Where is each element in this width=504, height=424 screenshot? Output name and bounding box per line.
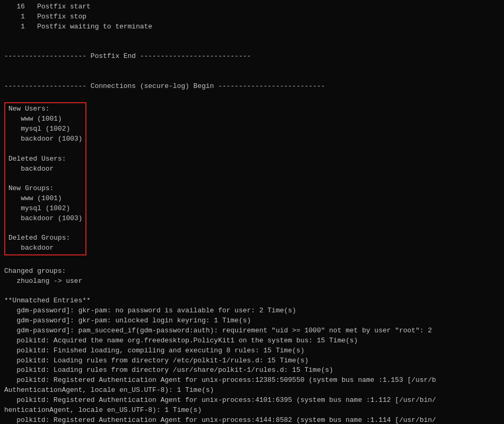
new-users-label: New Users: <box>8 104 82 114</box>
unmatched-9: polkitd: Registered Authentication Agent… <box>4 396 500 406</box>
deleted-users-label: Deleted Users: <box>8 154 82 164</box>
unmatched-2: gdm-password]: gkr-pam: unlocked login k… <box>4 316 500 326</box>
postfix-start-line: 16 Postfix start <box>4 2 500 12</box>
unmatched-entries-label: **Unmatched Entries** <box>4 296 500 306</box>
postfix-waiting-line: 1 Postfix waiting to terminate <box>4 22 500 32</box>
unmatched-5: polkitd: Finished loading, compiling and… <box>4 346 500 356</box>
changed-groups-label: Changed groups: <box>4 267 500 277</box>
unmatched-7: polkitd: Loading rules from directory /u… <box>4 366 500 376</box>
unmatched-3: gdm-password]: pam_succeed_if(gdm-passwo… <box>4 326 500 336</box>
changed-group-zhuolang: zhuolang -> user <box>4 277 500 287</box>
unmatched-6: polkitd: Loading rules from directory /e… <box>4 356 500 366</box>
blank-6 <box>8 144 82 154</box>
group-backdoor: backdoor (1003) <box>8 214 82 224</box>
deleted-groups-label: Deleted Groups: <box>8 233 82 243</box>
blank-1 <box>4 32 500 42</box>
unmatched-9b: henticationAgent, locale en_US.UTF-8): 1… <box>4 406 500 416</box>
postfix-stop-line: 1 Postfix stop <box>4 12 500 22</box>
blank-10 <box>4 287 500 297</box>
postfix-end-separator: -------------------- Postfix End -------… <box>4 52 500 62</box>
terminal-window: 16 Postfix start 1 Postfix stop 1 Postfi… <box>0 0 504 424</box>
blank-4 <box>4 72 500 82</box>
new-groups-label: New Groups: <box>8 184 82 194</box>
unmatched-8b: AuthenticationAgent, locale en_US.UTF-8)… <box>4 386 500 396</box>
user-backdoor: backdoor (1003) <box>8 134 82 144</box>
unmatched-10: polkitd: Registered Authentication Agent… <box>4 416 500 424</box>
unmatched-4: polkitd: Acquired the name org.freedeskt… <box>4 336 500 346</box>
highlighted-section: New Users: www (1001) mysql (1002) backd… <box>4 102 86 255</box>
unmatched-1: gdm-password]: gkr-pam: no password is a… <box>4 306 500 316</box>
deleted-user-backdoor: backdoor <box>8 164 82 174</box>
group-mysql: mysql (1002) <box>8 204 82 214</box>
group-www: www (1001) <box>8 194 82 204</box>
blank-3 <box>4 62 500 72</box>
connections-begin-separator: -------------------- Connections (secure… <box>4 82 500 92</box>
user-www: www (1001) <box>8 114 82 124</box>
deleted-group-backdoor: backdoor <box>8 243 82 253</box>
blank-7 <box>8 174 82 184</box>
unmatched-8: polkitd: Registered Authentication Agent… <box>4 376 500 386</box>
blank-2 <box>4 42 500 52</box>
blank-9 <box>4 257 500 267</box>
blank-5 <box>4 92 500 102</box>
user-mysql: mysql (1002) <box>8 124 82 134</box>
blank-8 <box>8 224 82 234</box>
